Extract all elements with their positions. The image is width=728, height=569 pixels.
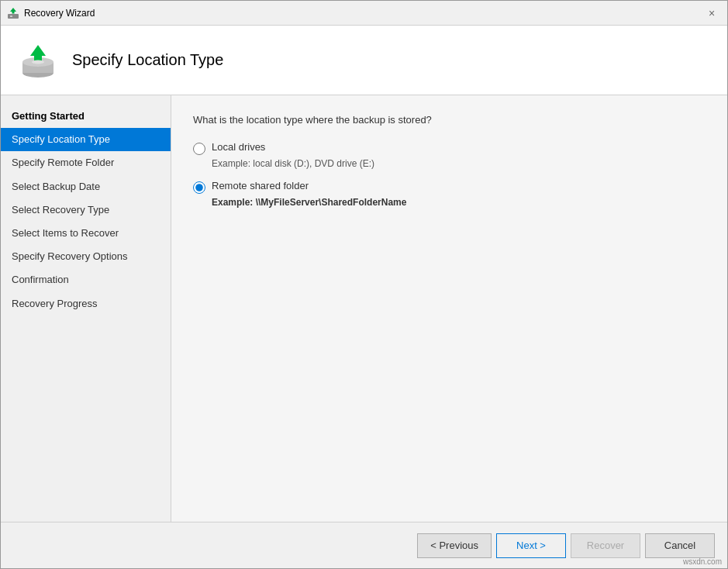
- window-title: Recovery Wizard: [24, 8, 95, 19]
- app-icon: [7, 7, 19, 19]
- header-icon: [16, 39, 60, 82]
- remote-shared-folder-option: Remote shared folder: [193, 180, 706, 194]
- previous-button[interactable]: < Previous: [417, 533, 492, 558]
- sidebar: Getting Started Specify Location Type Sp…: [1, 95, 171, 522]
- close-button[interactable]: ×: [702, 4, 721, 22]
- sidebar-item-recovery-progress[interactable]: Recovery Progress: [1, 292, 171, 316]
- question-text: What is the location type where the back…: [193, 114, 706, 126]
- recovery-wizard-window: Recovery Wizard × Specify Location T: [0, 0, 728, 569]
- local-drives-label[interactable]: Local drives: [212, 141, 265, 153]
- remote-shared-folder-radio[interactable]: [193, 181, 205, 194]
- title-bar: Recovery Wizard ×: [1, 1, 727, 26]
- sidebar-item-specify-recovery-options[interactable]: Specify Recovery Options: [1, 245, 171, 268]
- recover-button[interactable]: Recover: [571, 533, 640, 558]
- content-area: Getting Started Specify Location Type Sp…: [1, 95, 727, 522]
- sidebar-item-select-backup-date[interactable]: Select Backup Date: [1, 175, 171, 198]
- title-bar-left: Recovery Wizard: [7, 7, 95, 19]
- page-title: Specify Location Type: [72, 51, 223, 69]
- local-drives-example: Example: local disk (D:), DVD drive (E:): [212, 158, 706, 169]
- remote-shared-folder-label[interactable]: Remote shared folder: [212, 180, 309, 191]
- svg-point-7: [32, 60, 44, 64]
- sidebar-item-confirmation[interactable]: Confirmation: [1, 268, 171, 291]
- next-button[interactable]: Next >: [496, 533, 566, 558]
- main-content: What is the location type where the back…: [171, 95, 727, 522]
- sidebar-item-select-recovery-type[interactable]: Select Recovery Type: [1, 198, 171, 222]
- svg-marker-2: [10, 8, 16, 14]
- local-drives-radio[interactable]: [193, 143, 205, 155]
- sidebar-item-specify-remote-folder[interactable]: Specify Remote Folder: [1, 151, 171, 174]
- local-drives-option: Local drives: [193, 141, 706, 155]
- watermark: wsxdn.com: [683, 557, 722, 566]
- header-section: Specify Location Type: [1, 26, 727, 95]
- remote-shared-folder-example: Example: \\MyFileServer\SharedFolderName: [212, 197, 706, 208]
- sidebar-item-specify-location-type[interactable]: Specify Location Type: [1, 128, 171, 151]
- sidebar-item-getting-started[interactable]: Getting Started: [1, 102, 171, 128]
- sidebar-item-select-items-to-recover[interactable]: Select Items to Recover: [1, 222, 171, 245]
- svg-rect-1: [10, 16, 12, 17]
- footer: < Previous Next > Recover Cancel: [1, 522, 727, 568]
- svg-rect-0: [8, 14, 19, 19]
- cancel-button[interactable]: Cancel: [645, 533, 715, 558]
